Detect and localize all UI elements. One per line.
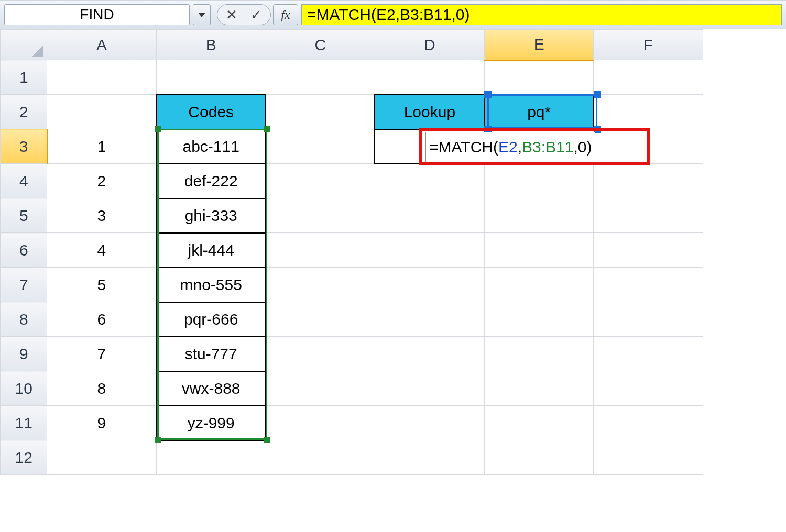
col-header-A[interactable]: A <box>47 30 156 60</box>
row-header-7[interactable]: 7 <box>1 268 47 302</box>
cell-D6[interactable] <box>375 233 484 268</box>
row-header-3[interactable]: 3 <box>1 129 47 164</box>
row-header-8[interactable]: 8 <box>1 302 47 337</box>
cell-C4[interactable] <box>266 164 375 198</box>
row-header-4[interactable]: 4 <box>1 164 47 198</box>
cell-A1[interactable] <box>47 60 156 95</box>
cell-B11[interactable]: yz-999 <box>156 406 266 440</box>
cell-E5[interactable] <box>484 198 594 233</box>
row-header-1[interactable]: 1 <box>1 60 47 95</box>
cell-E6[interactable] <box>484 233 594 268</box>
cell-D4[interactable] <box>375 164 484 198</box>
select-all-corner[interactable] <box>1 30 47 60</box>
col-header-E[interactable]: E <box>484 30 594 60</box>
cell-B6[interactable]: jkl-444 <box>156 233 266 268</box>
cell-C7[interactable] <box>266 268 375 302</box>
cell-C11[interactable] <box>266 406 375 440</box>
cell-A4[interactable]: 2 <box>47 164 156 198</box>
cell-C2[interactable] <box>266 95 375 129</box>
cell-B12[interactable] <box>156 440 266 475</box>
cell-C5[interactable] <box>266 198 375 233</box>
cell-E1[interactable] <box>484 60 594 95</box>
cell-B9[interactable]: stu-777 <box>156 337 266 371</box>
cell-F3[interactable] <box>594 129 703 164</box>
gutter <box>703 198 785 233</box>
cell-C10[interactable] <box>266 371 375 406</box>
cell-D1[interactable] <box>375 60 484 95</box>
cell-B3[interactable]: abc-111 <box>156 129 266 164</box>
cell-A11[interactable]: 9 <box>47 406 156 440</box>
cell-A6[interactable]: 4 <box>47 233 156 268</box>
cell-B8[interactable]: pqr-666 <box>156 302 266 337</box>
cell-A9[interactable]: 7 <box>47 337 156 371</box>
formula-input[interactable]: =MATCH(E2,B3:B11,0) <box>301 4 782 25</box>
cell-E11[interactable] <box>484 406 594 440</box>
row-header-11[interactable]: 11 <box>1 406 47 440</box>
cancel-button[interactable]: ✕ <box>221 6 243 24</box>
worksheet[interactable]: A B C D E F 1 2 <box>0 29 786 475</box>
cell-F8[interactable] <box>594 302 703 337</box>
row-header-10[interactable]: 10 <box>1 371 47 406</box>
row-header-12[interactable]: 12 <box>1 440 47 475</box>
cell-E10[interactable] <box>484 371 594 406</box>
cell-A3[interactable]: 1 <box>47 129 156 164</box>
cell-C12[interactable] <box>266 440 375 475</box>
cell-D10[interactable] <box>375 371 484 406</box>
cell-F9[interactable] <box>594 337 703 371</box>
cell-B1[interactable] <box>156 60 266 95</box>
cell-F11[interactable] <box>594 406 703 440</box>
cell-A8[interactable]: 6 <box>47 302 156 337</box>
cell-C6[interactable] <box>266 233 375 268</box>
cell-A12[interactable] <box>47 440 156 475</box>
row-header-5[interactable]: 5 <box>1 198 47 233</box>
cell-D12[interactable] <box>375 440 484 475</box>
cell-F1[interactable] <box>594 60 703 95</box>
gutter <box>703 164 785 198</box>
code-value: stu-777 <box>185 345 237 363</box>
col-header-C[interactable]: C <box>266 30 375 60</box>
cell-E12[interactable] <box>484 440 594 475</box>
cell-D7[interactable] <box>375 268 484 302</box>
cell-A10[interactable]: 8 <box>47 371 156 406</box>
cell-D9[interactable] <box>375 337 484 371</box>
cell-B5[interactable]: ghi-333 <box>156 198 266 233</box>
cell-F12[interactable] <box>594 440 703 475</box>
row-header-6[interactable]: 6 <box>1 233 47 268</box>
insert-function-button[interactable]: fx <box>273 4 298 25</box>
cell-F6[interactable] <box>594 233 703 268</box>
cell-F4[interactable] <box>594 164 703 198</box>
cell-F5[interactable] <box>594 198 703 233</box>
row-header-9[interactable]: 9 <box>1 337 47 371</box>
cell-E4[interactable] <box>484 164 594 198</box>
name-box-dropdown[interactable] <box>193 4 211 25</box>
cell-C8[interactable] <box>266 302 375 337</box>
cell-E8[interactable] <box>484 302 594 337</box>
cell-E7[interactable] <box>484 268 594 302</box>
cell-C3[interactable] <box>266 129 375 164</box>
col-header-D[interactable]: D <box>375 30 484 60</box>
cell-A7[interactable]: 5 <box>47 268 156 302</box>
name-box[interactable]: FIND <box>4 4 190 25</box>
enter-button[interactable]: ✓ <box>245 6 267 24</box>
cell-C9[interactable] <box>266 337 375 371</box>
cell-F10[interactable] <box>594 371 703 406</box>
cell-A2[interactable] <box>47 95 156 129</box>
cell-C1[interactable] <box>266 60 375 95</box>
cell-B10[interactable]: vwx-888 <box>156 371 266 406</box>
cell-E2[interactable]: pq* <box>484 95 594 129</box>
cell-D8[interactable] <box>375 302 484 337</box>
col-header-F[interactable]: F <box>594 30 703 60</box>
cell-A5[interactable]: 3 <box>47 198 156 233</box>
cell-B4[interactable]: def-222 <box>156 164 266 198</box>
cell-B7[interactable]: mno-555 <box>156 268 266 302</box>
col-header-B[interactable]: B <box>156 30 266 60</box>
cell-D11[interactable] <box>375 406 484 440</box>
cell-B2[interactable]: Codes <box>156 95 266 129</box>
cell-D2[interactable]: Lookup <box>375 95 484 129</box>
cell-E9[interactable] <box>484 337 594 371</box>
cell-D5[interactable] <box>375 198 484 233</box>
row-header-2[interactable]: 2 <box>1 95 47 129</box>
cell-F2[interactable] <box>594 95 703 129</box>
cell-F7[interactable] <box>594 268 703 302</box>
in-cell-formula-editor[interactable]: = MATCH( E2 , B3:B11 , 0 ) <box>425 132 595 162</box>
